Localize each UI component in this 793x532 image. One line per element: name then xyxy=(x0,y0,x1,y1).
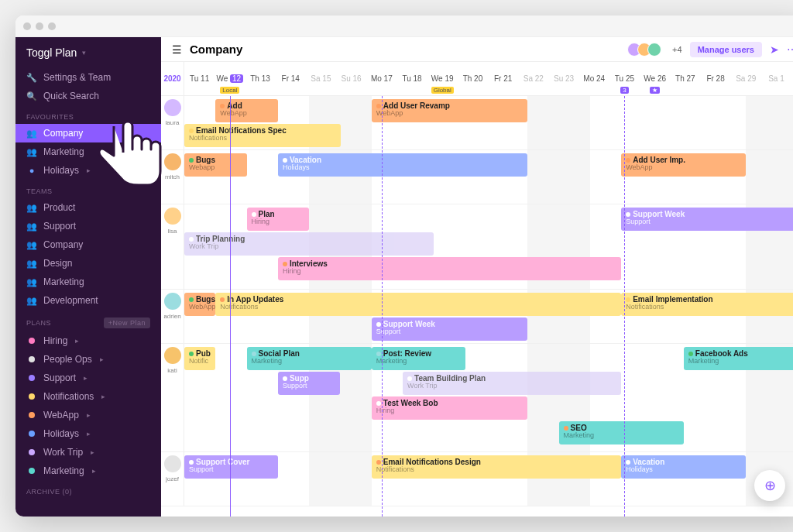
task-bar[interactable]: Email Notifications DesignNotifications xyxy=(372,455,621,479)
settings-team[interactable]: 🔧Settings & Team xyxy=(15,68,161,87)
lanes[interactable]: BugsWebappVacationHolidaysAdd User Imp.W… xyxy=(184,150,793,204)
task-subtitle: Hiring xyxy=(376,407,524,415)
day-13[interactable]: Th 13 xyxy=(245,62,275,95)
brand[interactable]: Toggl Plan ▾ xyxy=(15,37,161,68)
task-bar[interactable]: Email Notifications SpecNotifications xyxy=(184,124,341,147)
sidebar-team-company[interactable]: 👥Company xyxy=(15,235,161,254)
task-bar[interactable]: BugsWebApp xyxy=(184,293,215,316)
task-bar[interactable]: Team Building PlanWork Trip xyxy=(403,372,621,395)
more-icon[interactable]: ⋯ xyxy=(787,43,793,56)
day-1[interactable]: Sa 1 xyxy=(761,62,791,95)
sidebar-team-design[interactable]: 👥Design xyxy=(15,254,161,273)
task-bar[interactable]: InterviewsHiring xyxy=(278,257,621,280)
sidebar-fav-company[interactable]: 👥Company xyxy=(15,124,161,142)
sidebar-plan-work trip[interactable]: Work Trip▸ xyxy=(15,443,161,462)
lanes[interactable]: AddWebAppAdd User RevampWebAppEmail Noti… xyxy=(184,96,793,149)
day-label: Sa 22 xyxy=(524,74,544,83)
day-12[interactable]: We 12Local xyxy=(215,62,245,95)
sidebar-plan-marketing[interactable]: Marketing▸ xyxy=(15,462,161,480)
minimize-dot[interactable] xyxy=(36,22,43,30)
task-bar[interactable]: Test Week BobHiring xyxy=(372,396,528,420)
day-17[interactable]: Mo 17 xyxy=(366,62,396,95)
task-subtitle: Marketing xyxy=(688,358,793,366)
person-cell[interactable]: kati xyxy=(161,344,184,451)
task-bar[interactable]: SuppSupport xyxy=(278,372,341,395)
day-22[interactable]: Sa 22 xyxy=(518,62,548,95)
day-28[interactable]: Fr 28 xyxy=(700,62,730,95)
zoom-dot[interactable] xyxy=(48,22,56,30)
task-subtitle: Webapp xyxy=(189,164,242,172)
task-bar[interactable]: Add User Imp.WebApp xyxy=(621,153,746,177)
day-26[interactable]: We 26★ xyxy=(640,62,670,95)
day-29[interactable]: Sa 29 xyxy=(731,62,761,95)
lanes[interactable]: PubNotificSocial PlanMarketingPost: Revi… xyxy=(184,344,793,451)
day-15[interactable]: Sa 15 xyxy=(306,62,336,95)
main-header: ☰ Company +4 Manage users ➤ ⋯ xyxy=(161,37,793,62)
task-bar[interactable]: Email ImplementationNotifications xyxy=(621,293,793,316)
task-bar[interactable]: Trip PlanningWork Trip xyxy=(184,232,434,256)
person-cell[interactable]: laura xyxy=(161,96,184,149)
quick-search[interactable]: 🔍Quick Search xyxy=(15,87,161,105)
task-bar[interactable]: Social PlanMarketing xyxy=(247,347,372,370)
task-bar[interactable]: PubNotific xyxy=(184,347,215,370)
day-14[interactable]: Fr 14 xyxy=(276,62,306,95)
task-bar[interactable]: VacationHolidays xyxy=(621,455,746,479)
lanes[interactable]: PlanHiringSupport WeekSupportTrip Planni… xyxy=(184,204,793,289)
sidebar-plan-notifications[interactable]: Notifications▸ xyxy=(15,387,161,406)
new-plan-button[interactable]: +New Plan xyxy=(104,317,150,328)
sidebar-plan-webapp[interactable]: WebApp▸ xyxy=(15,406,161,424)
day-21[interactable]: Fr 21 xyxy=(488,62,518,95)
task-bar[interactable]: Facebook AdsMarketing xyxy=(684,347,793,370)
sidebar-item-label: Holidays xyxy=(43,428,79,439)
zoom-fab[interactable]: ⊕ xyxy=(754,470,785,501)
task-bar[interactable]: Support CoverSupport xyxy=(184,455,278,479)
lanes[interactable]: BugsWebAppIn App UpdatesNotificationsEma… xyxy=(184,290,793,343)
sidebar-plan-holidays[interactable]: Holidays▸ xyxy=(15,424,161,443)
person-cell[interactable]: lisa xyxy=(161,204,184,289)
lanes[interactable]: Support CoverSupportEmail Notifications … xyxy=(184,452,793,506)
sidebar-team-support[interactable]: 👥Support xyxy=(15,217,161,235)
day-25[interactable]: Tu 253 xyxy=(609,62,640,95)
sidebar-plan-hiring[interactable]: Hiring▸ xyxy=(15,331,161,350)
manage-users-button[interactable]: Manage users xyxy=(690,42,762,57)
person-cell[interactable]: mitch xyxy=(161,150,184,204)
day-19[interactable]: We 19Global xyxy=(427,62,458,95)
sidebar-plan-support[interactable]: Support▸ xyxy=(15,369,161,387)
day-20[interactable]: Th 20 xyxy=(458,62,488,95)
timeline-grid[interactable]: lauraAddWebAppAdd User RevampWebAppEmail… xyxy=(161,96,793,517)
task-bar[interactable]: AddWebApp xyxy=(215,99,278,122)
task-bar[interactable]: VacationHolidays xyxy=(278,153,527,177)
task-bar[interactable]: Add User RevampWebApp xyxy=(372,99,528,122)
avatar-stack[interactable] xyxy=(631,43,661,57)
close-dot[interactable] xyxy=(23,22,31,30)
year-cell[interactable]: 2020 xyxy=(161,62,184,95)
share-icon[interactable]: ➤ xyxy=(770,43,779,56)
day-16[interactable]: Su 16 xyxy=(336,62,366,95)
person-cell[interactable]: jozef xyxy=(161,452,184,506)
task-bar[interactable]: In App UpdatesNotifications xyxy=(215,293,621,316)
sidebar-plan-people ops[interactable]: People Ops▸ xyxy=(15,350,161,369)
day-23[interactable]: Su 23 xyxy=(548,62,578,95)
day-24[interactable]: Mo 24 xyxy=(579,62,609,95)
sidebar-item-label: Holidays xyxy=(43,165,79,176)
task-bar[interactable]: PlanHiring xyxy=(247,208,310,231)
task-bar[interactable]: Post: ReviewMarketing xyxy=(372,347,465,370)
day-11[interactable]: Tu 11 xyxy=(184,62,215,95)
day-27[interactable]: Th 27 xyxy=(670,62,700,95)
sidebar-team-product[interactable]: 👥Product xyxy=(15,198,161,217)
person-cell[interactable]: adrien xyxy=(161,290,184,343)
task-bar[interactable]: Support WeekSupport xyxy=(621,208,793,231)
sidebar-fav-holidays[interactable]: ●Holidays▸ xyxy=(15,161,161,180)
task-bar[interactable]: SEOMarketing xyxy=(559,421,684,444)
day-label: Th 27 xyxy=(675,74,695,83)
sidebar-item-label: Work Trip xyxy=(43,447,83,458)
sidebar-fav-marketing[interactable]: 👥Marketing xyxy=(15,142,161,161)
quicksearch-label: Quick Search xyxy=(43,91,99,101)
day-label: Su 16 xyxy=(342,74,362,83)
sidebar-team-development[interactable]: 👥Development xyxy=(15,291,161,310)
day-18[interactable]: Tu 18 xyxy=(396,62,427,95)
menu-icon[interactable]: ☰ xyxy=(172,43,182,56)
sidebar-team-marketing[interactable]: 👥Marketing xyxy=(15,273,161,291)
task-bar[interactable]: Support WeekSupport xyxy=(372,317,528,341)
task-bar[interactable]: BugsWebapp xyxy=(184,153,247,177)
